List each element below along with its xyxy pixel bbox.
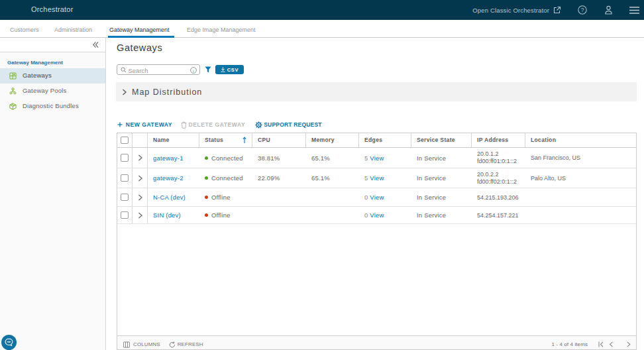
svg-text:i: i (193, 68, 194, 73)
svg-text:?: ? (581, 7, 584, 13)
